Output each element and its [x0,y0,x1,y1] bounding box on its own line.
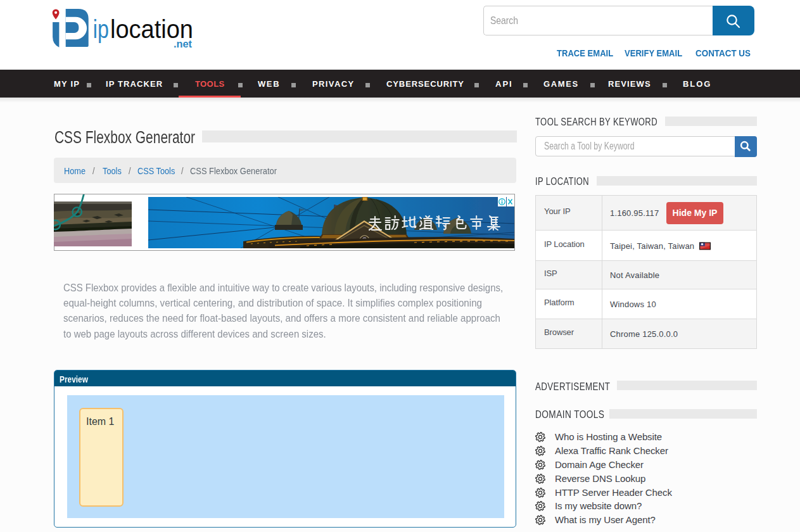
svg-text:.net: .net [174,38,192,50]
svg-text:ip: ip [93,15,109,43]
